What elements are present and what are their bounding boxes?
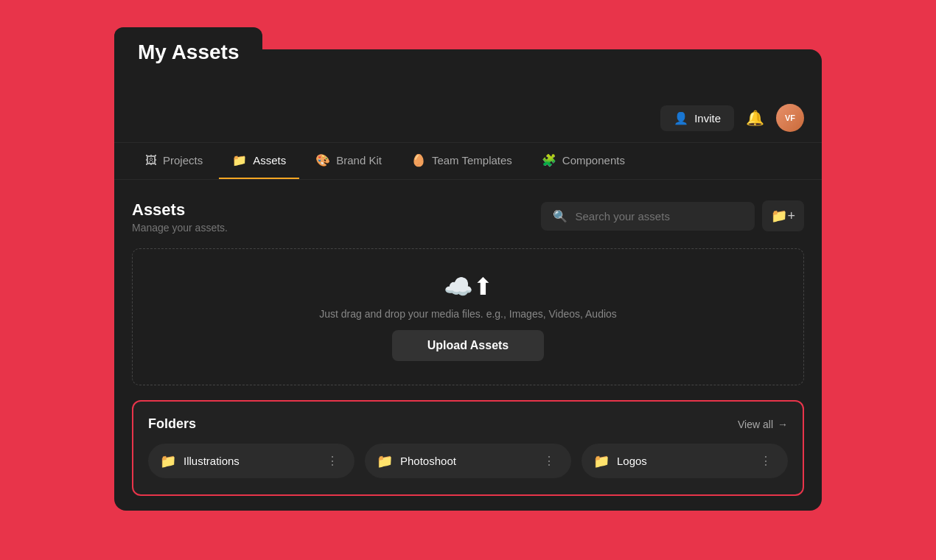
tab-team-templates-label: Team Templates xyxy=(432,154,512,167)
folder-more-button-illustrations[interactable]: ⋮ xyxy=(322,452,343,469)
drop-zone[interactable]: ☁️⬆ Just drag and drop your media files.… xyxy=(132,248,804,385)
folder-list: 📁 Illustrations ⋮ 📁 Photoshoot ⋮ xyxy=(148,444,788,478)
header: 👤 Invite 🔔 VF xyxy=(114,94,822,143)
upload-assets-button[interactable]: Upload Assets xyxy=(392,330,545,361)
tab-team-templates[interactable]: 🥚 Team Templates xyxy=(398,143,525,179)
brand-kit-icon: 🎨 xyxy=(315,153,330,167)
folder-add-icon: 📁+ xyxy=(771,209,795,223)
folder-item-logos[interactable]: 📁 Logos ⋮ xyxy=(581,444,788,478)
folder-more-button-photoshoot[interactable]: ⋮ xyxy=(539,452,559,469)
app-wrapper: My Assets 👤 Invite 🔔 VF 🖼 Projects 📁 Ass… xyxy=(114,49,822,511)
invite-button[interactable]: 👤 Invite xyxy=(660,105,734,131)
folder-name: Logos xyxy=(617,455,647,467)
avatar[interactable]: VF xyxy=(776,104,804,132)
tab-projects-label: Projects xyxy=(163,154,203,167)
tab-components[interactable]: 🧩 Components xyxy=(528,143,638,179)
folders-title: Folders xyxy=(148,416,196,432)
drop-zone-text: Just drag and drop your media files. e.g… xyxy=(319,308,617,320)
assets-subtitle: Manage your assets. xyxy=(132,222,228,234)
search-box: 🔍 xyxy=(541,202,755,231)
main-panel: 👤 Invite 🔔 VF 🖼 Projects 📁 Assets 🎨 Bran… xyxy=(114,49,822,511)
user-plus-icon: 👤 xyxy=(674,111,688,125)
cloud-upload-icon: ☁️⬆ xyxy=(444,273,493,301)
folders-header: Folders View all → xyxy=(148,416,788,432)
search-area: 🔍 📁+ xyxy=(541,200,804,231)
search-icon: 🔍 xyxy=(553,209,567,223)
folders-section: Folders View all → 📁 Illustrations ⋮ xyxy=(132,400,804,496)
invite-label: Invite xyxy=(694,112,721,125)
page-title: My Assets xyxy=(114,27,262,77)
search-input[interactable] xyxy=(575,210,743,223)
tab-components-label: Components xyxy=(562,154,625,167)
assets-folder-icon: 📁 xyxy=(232,153,247,167)
folder-item-photoshoot[interactable]: 📁 Photoshoot ⋮ xyxy=(365,444,571,478)
notifications-button[interactable]: 🔔 xyxy=(743,106,767,130)
tab-brand-kit-label: Brand Kit xyxy=(336,154,382,167)
folder-icon: 📁 xyxy=(377,453,393,469)
arrow-right-icon: → xyxy=(778,419,788,430)
assets-header: Assets Manage your assets. 🔍 📁+ xyxy=(132,200,804,234)
folder-icon: 📁 xyxy=(160,453,176,469)
tab-assets[interactable]: 📁 Assets xyxy=(219,143,299,179)
view-all-button[interactable]: View all → xyxy=(738,419,788,430)
bell-icon: 🔔 xyxy=(746,110,764,126)
folder-name: Illustrations xyxy=(184,455,240,467)
folder-name: Photoshoot xyxy=(400,455,456,467)
content-area: Assets Manage your assets. 🔍 📁+ ☁️⬆ Just… xyxy=(114,180,822,511)
tab-projects[interactable]: 🖼 Projects xyxy=(132,144,216,179)
components-icon: 🧩 xyxy=(542,153,556,167)
view-all-label: View all xyxy=(738,419,773,430)
assets-title: Assets xyxy=(132,200,228,220)
folder-icon: 📁 xyxy=(593,453,610,469)
nav-tabs: 🖼 Projects 📁 Assets 🎨 Brand Kit 🥚 Team T… xyxy=(114,143,822,180)
tab-brand-kit[interactable]: 🎨 Brand Kit xyxy=(302,143,395,179)
tab-assets-label: Assets xyxy=(253,154,286,167)
assets-title-block: Assets Manage your assets. xyxy=(132,200,228,234)
folder-more-button-logos[interactable]: ⋮ xyxy=(755,452,776,469)
projects-icon: 🖼 xyxy=(145,154,157,167)
folder-item-illustrations[interactable]: 📁 Illustrations ⋮ xyxy=(148,444,355,478)
team-templates-icon: 🥚 xyxy=(411,153,426,167)
add-folder-button[interactable]: 📁+ xyxy=(762,200,804,231)
